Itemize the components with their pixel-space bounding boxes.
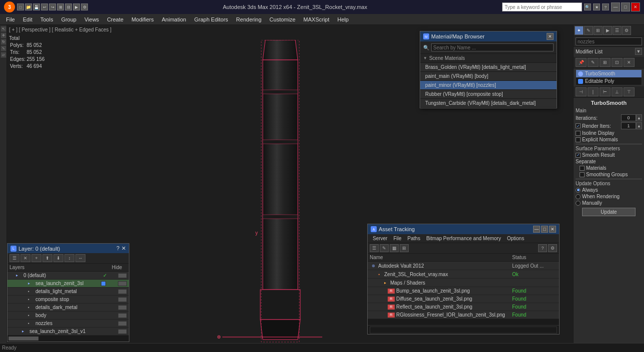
menu-rendering[interactable]: Rendering: [232, 15, 266, 23]
modifier-turbosmooth[interactable]: TurboSmooth: [576, 70, 642, 77]
menu-modifiers[interactable]: Modifiers: [127, 15, 158, 23]
layer-tb-settings[interactable]: ☰: [9, 254, 19, 262]
menu-help[interactable]: Help: [333, 15, 353, 23]
asset-row-rglos[interactable]: R RGlossiness_Fresnel_IOR_launch_zenit_3…: [368, 311, 559, 319]
tb5[interactable]: ⊞: [57, 3, 64, 10]
ts-render-iters-input[interactable]: [621, 122, 636, 129]
minimize-btn[interactable]: —: [611, 2, 620, 11]
ts-update-button[interactable]: Update: [582, 208, 635, 216]
tool-move[interactable]: ✛: [0, 32, 6, 38]
ts-iterations-spinbox[interactable]: ▲: [621, 114, 642, 121]
menu-animation[interactable]: Animation: [158, 15, 190, 23]
mod-copy-icon[interactable]: ⊡: [612, 58, 623, 67]
tb8[interactable]: ⚙: [81, 3, 88, 10]
motion-tab[interactable]: ▶: [603, 26, 612, 35]
asset-tb-1[interactable]: ☰: [370, 244, 379, 252]
tool-t1[interactable]: ▱: [0, 52, 6, 58]
tb6[interactable]: ⊟: [65, 3, 72, 10]
asset-menu-server[interactable]: Server: [370, 235, 390, 242]
asset-menu-paths[interactable]: Paths: [405, 235, 424, 242]
ts-render-iters-spinbox[interactable]: ▲: [621, 122, 642, 129]
layer-item-default[interactable]: ▸ 0 (default) ✓: [7, 272, 129, 280]
help-btn[interactable]: ?: [602, 3, 609, 10]
layer-tb-resize[interactable]: ↔: [75, 254, 85, 262]
utilities-tab[interactable]: ⚙: [622, 26, 631, 35]
modifier-editable-poly[interactable]: Editable Poly: [576, 77, 642, 85]
ts-iter-up[interactable]: ▲: [636, 114, 642, 121]
undo-btn[interactable]: ↩: [41, 3, 48, 10]
menu-views[interactable]: Views: [80, 15, 103, 23]
mod-edit-icon[interactable]: ✎: [588, 58, 599, 67]
layer-item-details-light[interactable]: ▪ details_light_metal: [7, 288, 129, 296]
mod-nav4[interactable]: ⊥: [612, 87, 623, 96]
ts-manually-radio[interactable]: [576, 201, 581, 206]
layer-tb-up[interactable]: ⬆: [42, 254, 52, 262]
asset-row-diffuse[interactable]: R Diffuse_sea_launch_zenit_3sl.png Found: [368, 295, 559, 303]
command-search-input[interactable]: [576, 37, 642, 45]
asset-row-reflect[interactable]: R Reflect_sea_launch_zenit_3sl.png Found: [368, 303, 559, 311]
mod-pin-icon[interactable]: 📌: [576, 58, 587, 67]
asset-minimize[interactable]: —: [533, 226, 540, 233]
create-tab[interactable]: ✦: [575, 26, 584, 35]
layer-item-nozzles[interactable]: ▪ nozzles: [7, 320, 129, 328]
menu-graph-editors[interactable]: Graph Editors: [190, 15, 232, 23]
layer-tb-down[interactable]: ⬇: [53, 254, 63, 262]
ts-render-iters-up[interactable]: ▲: [636, 122, 642, 129]
layer-item-sea-v1[interactable]: ▸ sea_launch_zenit_3sl_v1: [7, 328, 129, 336]
maximize-btn[interactable]: □: [621, 2, 630, 11]
menu-edit[interactable]: Edit: [19, 15, 36, 23]
asset-row-bump[interactable]: R Bump_sea_launch_zenit_3sl.png Found: [368, 287, 559, 295]
layer-tb-delete[interactable]: ✕: [20, 254, 30, 262]
ts-smoothing-groups-check[interactable]: [580, 172, 585, 177]
layer-horizontal-scroll[interactable]: [7, 336, 129, 342]
favorites-btn[interactable]: ★: [593, 3, 600, 10]
asset-menu-bitmap[interactable]: Bitmap Performance and Memory: [423, 235, 504, 242]
asset-row-maps[interactable]: ▸ Maps / Shaders: [368, 279, 559, 287]
mat-item-2[interactable]: paint_minor (VRayMtl) [nozzles]: [420, 81, 557, 90]
layer-item-composite[interactable]: ▪ composite stop: [7, 296, 129, 304]
menu-file[interactable]: File: [2, 15, 19, 23]
asset-tb-2[interactable]: ✎: [380, 244, 389, 252]
mat-search-input[interactable]: [431, 43, 554, 51]
ts-render-iters-check[interactable]: ✓: [576, 123, 581, 128]
mod-nav3[interactable]: ⊢: [600, 87, 611, 96]
asset-tb-3[interactable]: ▦: [390, 244, 399, 252]
save-btn[interactable]: 💾: [33, 3, 40, 10]
asset-row-vault[interactable]: ⊛ Autodesk Vault 2012 Logged Out ...: [368, 262, 559, 270]
tool-select[interactable]: ↖: [0, 26, 6, 32]
mod-inst-icon[interactable]: ⊞: [600, 58, 611, 67]
search-icon[interactable]: 🔍: [584, 3, 591, 10]
mat-browser-close[interactable]: ✕: [547, 33, 554, 40]
modify-tab[interactable]: ✎: [584, 26, 593, 35]
new-btn[interactable]: □: [17, 3, 24, 10]
ts-iterations-input[interactable]: [621, 114, 636, 121]
mat-item-3[interactable]: Rubber (VRayMtl) [composite stop]: [420, 90, 557, 99]
tb7[interactable]: ▶: [73, 3, 80, 10]
ts-smooth-result-check[interactable]: ✓: [576, 153, 581, 158]
tool-scale[interactable]: ⤡: [0, 45, 6, 51]
layer-help[interactable]: ?: [116, 245, 119, 252]
asset-menu-file[interactable]: File: [390, 235, 404, 242]
layer-tb-add[interactable]: +: [31, 254, 41, 262]
ts-isoline-check[interactable]: [576, 131, 581, 136]
modifier-list-arrow[interactable]: ▼: [635, 48, 642, 55]
menu-maxscript[interactable]: MAXScript: [299, 15, 333, 23]
asset-row-max-file[interactable]: ▪ Zenit_3SL_Rocket_vray.max Ok: [368, 270, 559, 279]
layer-close[interactable]: ✕: [121, 245, 126, 252]
asset-help-btn[interactable]: ?: [538, 244, 547, 252]
asset-tb-4[interactable]: ⊞: [400, 244, 409, 252]
open-btn[interactable]: 📁: [25, 3, 32, 10]
redo-btn[interactable]: ↪: [49, 3, 56, 10]
mat-item-4[interactable]: Tungsten_Carbide (VRayMtl) [details_dark…: [420, 99, 557, 108]
ts-materials-check[interactable]: [580, 166, 585, 171]
menu-group[interactable]: Group: [57, 15, 80, 23]
layer-tb-sort[interactable]: ↕: [64, 254, 74, 262]
layer-item-body[interactable]: ▪ body: [7, 312, 129, 320]
asset-horizontal-scroll[interactable]: [368, 319, 559, 325]
ts-explicit-normals-check[interactable]: [576, 137, 581, 142]
asset-maximize[interactable]: □: [541, 226, 548, 233]
ts-always-radio[interactable]: [576, 188, 581, 193]
asset-path-input[interactable]: [370, 327, 557, 334]
menu-tools[interactable]: Tools: [36, 15, 57, 23]
layer-item-details-dark[interactable]: ▪ details_dark_metal: [7, 304, 129, 312]
